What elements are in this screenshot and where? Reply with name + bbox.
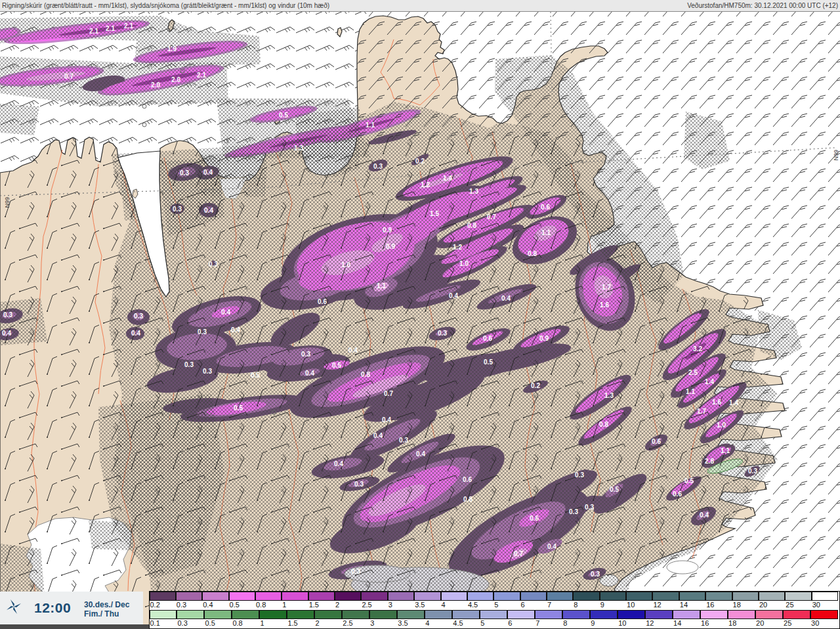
- svg-text:2.1: 2.1: [197, 72, 206, 79]
- svg-text:2.8: 2.8: [705, 458, 714, 465]
- svg-text:0.4: 0.4: [334, 460, 343, 467]
- svg-text:1.1: 1.1: [366, 121, 375, 129]
- svg-text:0.8: 0.8: [463, 496, 472, 503]
- svg-text:0.3: 0.3: [569, 508, 578, 515]
- svg-text:0.6: 0.6: [318, 298, 327, 305]
- svg-text:0.3: 0.3: [575, 471, 584, 479]
- svg-text:2.0: 2.0: [171, 76, 180, 83]
- svg-text:0.4: 0.4: [416, 450, 425, 458]
- svg-text:2.1: 2.1: [106, 25, 115, 32]
- svg-text:0.6: 0.6: [541, 204, 550, 211]
- svg-text:0.4: 0.4: [700, 511, 709, 519]
- svg-text:0.3: 0.3: [591, 571, 600, 578]
- svg-text:0.9: 0.9: [386, 243, 395, 250]
- svg-text:0.4: 0.4: [2, 330, 11, 337]
- svg-text:0.8: 0.8: [528, 250, 537, 257]
- svg-text:0.2: 0.2: [415, 158, 425, 165]
- svg-text:1.0: 1.0: [717, 422, 726, 429]
- svg-text:0.3: 0.3: [134, 313, 143, 320]
- svg-text:0.4: 0.4: [373, 432, 383, 439]
- svg-text:2.5: 2.5: [688, 369, 698, 376]
- svg-text:1.3: 1.3: [294, 144, 303, 152]
- svg-text:1.6: 1.6: [600, 301, 609, 309]
- svg-text:1.4: 1.4: [443, 175, 452, 182]
- svg-text:0.5: 0.5: [251, 372, 260, 379]
- svg-text:1.4: 1.4: [705, 378, 714, 385]
- svg-text:0.4: 0.4: [449, 292, 458, 299]
- svg-text:1.7: 1.7: [697, 408, 706, 415]
- svg-text:0.6: 0.6: [673, 490, 682, 498]
- svg-text:1.0: 1.0: [341, 261, 350, 269]
- svg-text:0.4: 0.4: [305, 370, 314, 377]
- svg-text:0.5: 0.5: [484, 358, 493, 366]
- svg-text:0.6: 0.6: [463, 476, 472, 483]
- svg-text:1.9: 1.9: [167, 45, 177, 53]
- svg-text:1.5: 1.5: [430, 210, 439, 217]
- svg-text:0.3: 0.3: [173, 206, 182, 213]
- svg-text:0.6: 0.6: [652, 438, 661, 445]
- svg-text:0.3: 0.3: [351, 568, 360, 575]
- svg-text:0.7: 0.7: [384, 390, 393, 397]
- svg-text:0.5: 0.5: [610, 486, 619, 493]
- svg-text:1.6: 1.6: [712, 399, 721, 406]
- svg-text:0.6: 0.6: [530, 515, 539, 522]
- svg-text:0.3: 0.3: [354, 481, 364, 488]
- svg-text:0.5: 0.5: [684, 477, 694, 485]
- svg-text:0.4: 0.4: [203, 169, 213, 176]
- svg-text:0.2: 0.2: [531, 382, 540, 389]
- svg-text:0.3: 0.3: [180, 169, 189, 177]
- svg-text:0.3: 0.3: [301, 351, 310, 358]
- svg-text:2.1: 2.1: [89, 28, 98, 35]
- svg-text:0.8: 0.8: [361, 371, 370, 378]
- svg-text:1.2: 1.2: [453, 244, 462, 251]
- svg-text:0.8: 0.8: [599, 421, 608, 428]
- svg-text:0.3: 0.3: [748, 467, 757, 475]
- svg-text:0.6: 0.6: [483, 335, 492, 342]
- svg-text:1.3: 1.3: [469, 188, 478, 195]
- svg-text:1.1: 1.1: [377, 282, 386, 290]
- svg-text:0.4: 0.4: [231, 326, 240, 334]
- svg-text:0.3: 0.3: [198, 328, 207, 336]
- svg-text:1.1: 1.1: [721, 447, 730, 454]
- svg-text:0.3: 0.3: [585, 504, 594, 511]
- svg-text:0.3: 0.3: [203, 368, 212, 375]
- svg-text:0.3: 0.3: [399, 437, 408, 444]
- svg-text:0.5: 0.5: [332, 362, 341, 369]
- svg-text:0.5: 0.5: [234, 404, 243, 412]
- svg-text:0.3: 0.3: [3, 311, 12, 318]
- svg-text:1.3: 1.3: [604, 392, 614, 399]
- svg-text:0.3: 0.3: [184, 361, 194, 368]
- svg-text:0.7: 0.7: [64, 73, 74, 80]
- svg-text:0.4: 0.4: [382, 416, 391, 423]
- svg-text:0.4: 0.4: [547, 543, 556, 550]
- svg-text:2.0: 2.0: [151, 81, 160, 89]
- svg-text:66N: 66N: [833, 150, 839, 161]
- svg-text:0.8: 0.8: [467, 222, 476, 229]
- svg-text:1.7: 1.7: [602, 284, 611, 291]
- svg-text:0.4: 0.4: [221, 309, 230, 316]
- svg-text:3.2: 3.2: [693, 345, 702, 353]
- svg-text:0.7: 0.7: [514, 550, 523, 557]
- svg-text:0.4: 0.4: [131, 330, 140, 337]
- svg-text:0.4: 0.4: [348, 347, 358, 354]
- svg-text:2.1: 2.1: [124, 22, 133, 30]
- svg-text:0.3: 0.3: [438, 330, 447, 337]
- svg-text:66N: 66N: [4, 197, 10, 208]
- svg-text:0.3: 0.3: [373, 163, 383, 170]
- svg-text:0.3: 0.3: [209, 261, 218, 268]
- svg-text:0.4: 0.4: [204, 207, 213, 214]
- svg-text:1.4: 1.4: [729, 399, 738, 406]
- svg-text:1.1: 1.1: [541, 229, 551, 236]
- svg-text:0.7: 0.7: [487, 213, 496, 221]
- svg-text:0.9: 0.9: [539, 335, 549, 342]
- svg-text:1.2: 1.2: [421, 181, 430, 188]
- svg-text:1.1: 1.1: [686, 388, 695, 395]
- svg-text:1.0: 1.0: [459, 260, 469, 267]
- svg-text:0.4: 0.4: [501, 295, 511, 302]
- svg-text:0.5: 0.5: [279, 112, 288, 119]
- svg-text:0.9: 0.9: [383, 227, 392, 234]
